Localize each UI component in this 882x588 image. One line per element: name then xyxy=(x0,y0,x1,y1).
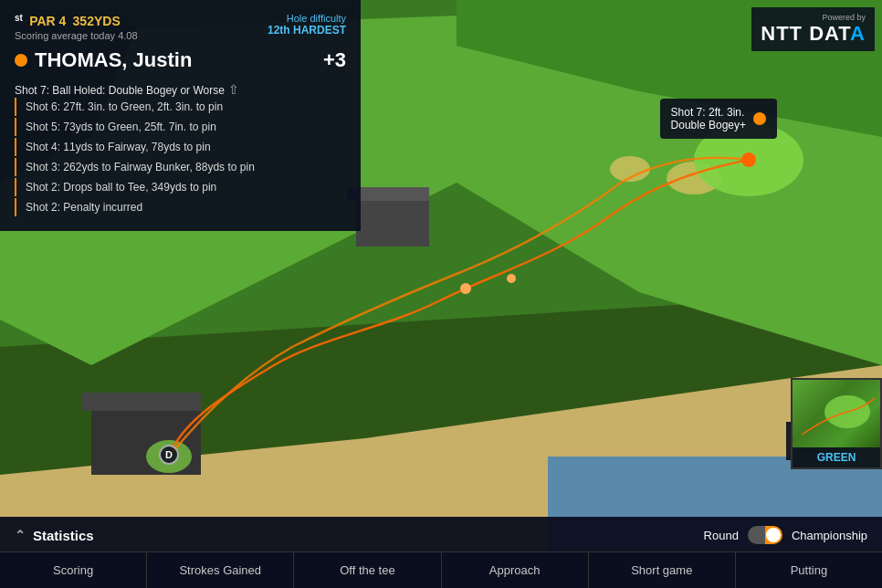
player-row: THOMAS, Justin +3 xyxy=(15,48,346,72)
d-marker: D xyxy=(159,445,179,465)
hole-badge: st PAR 4 352YDS xyxy=(15,13,138,28)
tooltip-shot-label: Shot 7: 2ft. 3in. xyxy=(671,106,746,119)
green-thumbnail[interactable]: GREEN xyxy=(791,378,882,469)
shot-list: Shot 6: 27ft. 3in. to Green, 2ft. 3in. t… xyxy=(15,98,346,216)
hole-difficulty: Hole difficulty 12th HARDEST xyxy=(268,13,346,37)
shot-header-text: Shot 7: Ball Holed: Double Bogey or Wors… xyxy=(15,84,225,97)
svg-point-17 xyxy=(741,152,756,167)
hole-ordinal: st xyxy=(15,13,23,23)
ntt-data-logo: Powered by NTT DATA xyxy=(751,7,875,51)
info-panel: st PAR 4 352YDS Scoring average today 4.… xyxy=(0,0,361,231)
ntt-name: NTT DATA xyxy=(761,22,866,45)
hardest-label: 12th HARDEST xyxy=(268,24,346,37)
list-item: Shot 4: 11yds to Fairway, 78yds to pin xyxy=(15,138,346,156)
hole-par: PAR 4 xyxy=(29,14,66,28)
tab-short-game[interactable]: Short game xyxy=(589,552,736,588)
list-item: Shot 5: 73yds to Green, 25ft. 7in. to pi… xyxy=(15,118,346,136)
tab-scoring[interactable]: Scoring xyxy=(0,552,147,588)
stats-chevron-icon[interactable]: ⌃ xyxy=(15,528,26,542)
svg-point-15 xyxy=(460,283,471,294)
tab-approach[interactable]: Approach xyxy=(442,552,589,588)
statistics-bar: ⌃ Statistics Round Championship Scoring … xyxy=(0,517,882,588)
hole-yards: 352YDS xyxy=(73,14,121,28)
svg-point-16 xyxy=(507,274,516,283)
list-item: Shot 2: Drops ball to Tee, 349yds to pin xyxy=(15,178,346,196)
tab-putting[interactable]: Putting xyxy=(736,552,882,588)
list-item: Shot 3: 262yds to Fairway Bunker, 88yds … xyxy=(15,158,346,176)
round-championship-toggle[interactable] xyxy=(748,526,782,544)
stats-left: ⌃ Statistics xyxy=(15,528,94,543)
svg-rect-12 xyxy=(82,393,201,411)
hole-info-left: st PAR 4 352YDS Scoring average today 4.… xyxy=(15,13,138,41)
list-item: Shot 2: Penalty incurred xyxy=(15,198,346,216)
powered-by-label: Powered by xyxy=(761,13,866,22)
player-name: THOMAS, Justin xyxy=(35,48,192,72)
player-score: +3 xyxy=(323,48,346,72)
championship-label: Championship xyxy=(792,529,867,542)
player-dot xyxy=(15,54,27,67)
round-label: Round xyxy=(704,529,739,542)
statistics-label: Statistics xyxy=(33,528,94,543)
list-item: Shot 6: 27ft. 3in. to Green, 2ft. 3in. t… xyxy=(15,98,346,116)
tooltip-dot xyxy=(753,112,766,125)
tab-strokes-gained[interactable]: Strokes Gained xyxy=(147,552,294,588)
stats-tabs: Scoring Strokes Gained Off the tee Appro… xyxy=(0,551,882,588)
shot-header: Shot 7: Ball Holed: Double Bogey or Wors… xyxy=(15,81,346,98)
tooltip-result: Double Bogey+ xyxy=(671,119,746,131)
stats-toggle-row: Round Championship xyxy=(704,526,867,544)
tab-off-the-tee[interactable]: Off the tee xyxy=(294,552,441,588)
scoring-avg: Scoring average today 4.08 xyxy=(15,30,138,41)
chevron-up-icon[interactable]: ⇧ xyxy=(228,82,239,97)
stats-top-row: ⌃ Statistics Round Championship xyxy=(0,517,882,551)
shot-tooltip: Shot 7: 2ft. 3in. Double Bogey+ xyxy=(660,99,777,139)
hole-header: st PAR 4 352YDS Scoring average today 4.… xyxy=(15,13,346,41)
